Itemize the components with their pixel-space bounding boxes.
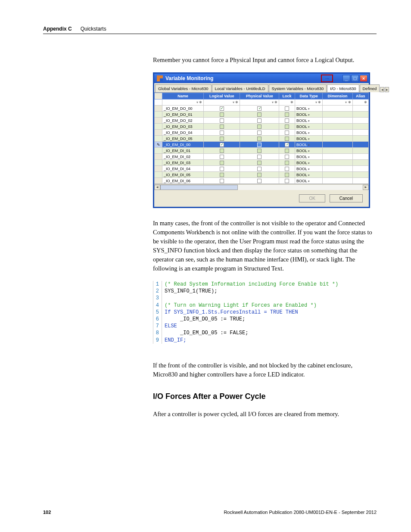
checkbox-icon[interactable]	[220, 118, 224, 123]
checkbox-icon[interactable]	[257, 131, 262, 135]
cell-physical[interactable]	[240, 112, 279, 118]
filter-datatype[interactable]: ▾ ✱	[295, 100, 323, 106]
table-row[interactable]: _IO_EM_DO_01BOOL	[155, 112, 369, 118]
checkbox-icon[interactable]	[220, 112, 224, 117]
cell-datatype[interactable]: BOOL	[295, 106, 323, 112]
checkbox-icon[interactable]	[220, 143, 224, 147]
scroll-right-icon[interactable]: ►	[363, 185, 369, 190]
table-row[interactable]: _IO_EM_DO_02BOOL	[155, 118, 369, 124]
checkbox-icon[interactable]	[220, 124, 224, 129]
checkbox-icon[interactable]	[257, 173, 262, 177]
checkbox-icon[interactable]	[220, 173, 224, 177]
cell-lock[interactable]	[279, 112, 295, 118]
close-button[interactable]: ×	[360, 75, 367, 82]
checkbox-icon[interactable]	[257, 161, 262, 165]
checkbox-icon[interactable]	[285, 131, 289, 135]
cell-lock[interactable]	[279, 118, 295, 124]
table-row[interactable]: _IO_EM_DI_02BOOL	[155, 154, 369, 160]
checkbox-icon[interactable]	[257, 149, 262, 153]
table-row[interactable]: _IO_EM_DI_01BOOL	[155, 148, 369, 154]
checkbox-icon[interactable]	[285, 155, 289, 159]
cell-lock[interactable]	[279, 124, 295, 130]
checkbox-icon[interactable]	[257, 124, 262, 129]
filter-alias[interactable]: ✱	[352, 100, 368, 106]
checkbox-icon[interactable]	[220, 167, 224, 171]
checkbox-icon[interactable]	[285, 161, 289, 165]
table-row[interactable]: _IO_EM_DI_05BOOL	[155, 172, 369, 178]
cell-lock[interactable]	[279, 130, 295, 136]
checkbox-icon[interactable]	[257, 143, 262, 147]
minimize-button[interactable]: _	[342, 75, 350, 82]
cell-datatype[interactable]: BOOL	[295, 142, 323, 148]
checkbox-icon[interactable]	[285, 137, 289, 141]
cell-lock[interactable]	[279, 142, 295, 148]
checkbox-icon[interactable]	[220, 131, 224, 135]
checkbox-icon[interactable]	[285, 167, 289, 171]
cell-logical[interactable]	[204, 178, 240, 184]
col-lock[interactable]: Lock	[279, 93, 295, 100]
cell-logical[interactable]	[204, 124, 240, 130]
cell-datatype[interactable]: BOOL	[295, 136, 323, 142]
cell-datatype[interactable]: BOOL	[295, 118, 323, 124]
cell-logical[interactable]	[204, 166, 240, 172]
checkbox-icon[interactable]	[257, 137, 262, 141]
checkbox-icon[interactable]	[285, 106, 289, 111]
cell-physical[interactable]	[240, 124, 279, 130]
cancel-button[interactable]: Cancel	[330, 194, 363, 202]
table-row[interactable]: _IO_EM_DO_00BOOL	[155, 106, 369, 112]
cell-lock[interactable]	[279, 136, 295, 142]
cell-lock[interactable]	[279, 148, 295, 154]
cell-logical[interactable]	[204, 130, 240, 136]
col-data-type[interactable]: Data Type	[295, 93, 323, 100]
cell-physical[interactable]	[240, 118, 279, 124]
cell-physical[interactable]	[240, 178, 279, 184]
cell-physical[interactable]	[240, 130, 279, 136]
col-logical-value[interactable]: Logical Value	[204, 93, 240, 100]
checkbox-icon[interactable]	[220, 155, 224, 159]
cell-lock[interactable]	[279, 154, 295, 160]
cell-logical[interactable]	[204, 106, 240, 112]
tab-io[interactable]: I/O - Micro830	[327, 84, 359, 92]
cell-lock[interactable]	[279, 106, 295, 112]
filter-physical[interactable]: ▾ ✱	[240, 100, 279, 106]
checkbox-icon[interactable]	[220, 137, 224, 141]
cell-datatype[interactable]: BOOL	[295, 166, 323, 172]
cell-physical[interactable]	[240, 142, 279, 148]
checkbox-icon[interactable]	[285, 124, 289, 129]
ok-button[interactable]: OK	[299, 194, 325, 202]
cell-lock[interactable]	[279, 172, 295, 178]
cell-datatype[interactable]: BOOL	[295, 172, 323, 178]
cell-logical[interactable]	[204, 154, 240, 160]
table-row[interactable]: _IO_EM_DO_04BOOL	[155, 130, 369, 136]
cell-logical[interactable]	[204, 148, 240, 154]
checkbox-icon[interactable]	[285, 179, 289, 183]
checkbox-icon[interactable]	[220, 161, 224, 165]
checkbox-icon[interactable]	[257, 106, 262, 111]
checkbox-icon[interactable]	[257, 167, 262, 171]
cell-datatype[interactable]: BOOL	[295, 178, 323, 184]
checkbox-icon[interactable]	[285, 149, 289, 153]
cell-datatype[interactable]: BOOL	[295, 112, 323, 118]
tab-system-variables[interactable]: System Variables - Micro830	[269, 84, 327, 92]
cell-logical[interactable]	[204, 160, 240, 166]
cell-physical[interactable]	[240, 148, 279, 154]
cell-lock[interactable]	[279, 178, 295, 184]
cell-physical[interactable]	[240, 154, 279, 160]
checkbox-icon[interactable]	[220, 149, 224, 153]
table-row[interactable]: _IO_EM_DI_03BOOL	[155, 160, 369, 166]
cell-physical[interactable]	[240, 166, 279, 172]
cell-physical[interactable]	[240, 136, 279, 142]
cell-logical[interactable]	[204, 112, 240, 118]
cell-lock[interactable]	[279, 166, 295, 172]
cell-datatype[interactable]: BOOL	[295, 154, 323, 160]
tab-scroll-right-icon[interactable]: ►	[385, 87, 389, 92]
scroll-left-icon[interactable]: ◄	[154, 185, 160, 190]
checkbox-icon[interactable]	[285, 173, 289, 177]
tab-local-variables[interactable]: Local Variables - UntitledLD	[212, 84, 268, 92]
scroll-thumb[interactable]	[160, 185, 238, 190]
cell-datatype[interactable]: BOOL	[295, 124, 323, 130]
tab-defined[interactable]: Defined	[360, 84, 380, 92]
checkbox-icon[interactable]	[257, 179, 262, 183]
cell-logical[interactable]	[204, 142, 240, 148]
cell-logical[interactable]	[204, 172, 240, 178]
